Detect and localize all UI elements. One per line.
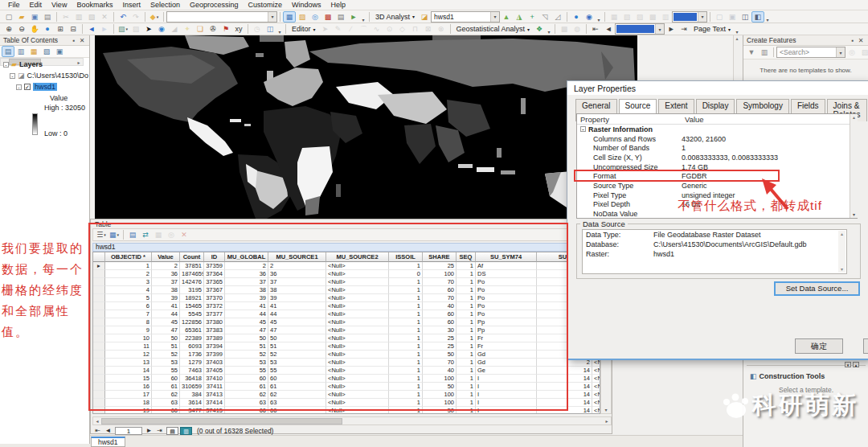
current-record-input[interactable]: 1 bbox=[115, 427, 142, 435]
layer-icon[interactable]: ◪ bbox=[418, 11, 431, 23]
straight-segment-icon[interactable]: ∕ bbox=[345, 23, 358, 35]
property-grid-scrollbar[interactable]: ▴▾ bbox=[850, 114, 858, 218]
table-cell[interactable]: <Null> bbox=[592, 383, 600, 391]
first-page-icon[interactable]: ⇤ bbox=[589, 23, 602, 35]
property-row[interactable]: Columns and Rows43200, 21600 bbox=[577, 134, 857, 144]
pan-icon[interactable]: ✋ bbox=[28, 23, 41, 35]
back-extent-icon[interactable]: ◄ bbox=[85, 23, 98, 35]
steepest-path-icon[interactable]: + bbox=[526, 11, 538, 23]
draft-mode-icon[interactable]: ◫ bbox=[739, 11, 751, 23]
ge-globe-icon[interactable]: ◍ bbox=[571, 23, 583, 35]
menu-geoprocessing[interactable]: Geoprocessing bbox=[185, 1, 244, 9]
menu-edit[interactable]: Edit bbox=[25, 1, 47, 9]
property-row[interactable]: Number of Bands1 bbox=[577, 143, 857, 153]
new-document-icon[interactable]: ▢ bbox=[2, 11, 15, 23]
table-cell[interactable]: <Null> bbox=[592, 399, 600, 407]
next-record-icon[interactable]: ► bbox=[144, 426, 154, 435]
delete-icon[interactable]: ✕ bbox=[98, 11, 111, 23]
edit-annotation-icon[interactable]: ✎ bbox=[332, 23, 345, 35]
data-source-scrollbar[interactable]: ▴▾ bbox=[838, 231, 845, 273]
collapse-icon[interactable]: - bbox=[16, 84, 22, 90]
page-text-dropdown[interactable]: Page Text▾ bbox=[690, 23, 734, 35]
full-extent-icon[interactable]: ● bbox=[41, 23, 54, 35]
catalog-icon[interactable]: ▨ bbox=[296, 11, 309, 23]
layer-combo[interactable]: hwsd1▾ bbox=[431, 11, 500, 23]
cut-icon[interactable]: ✂ bbox=[59, 11, 72, 23]
toc-layer-item[interactable]: - ✓ hwsd1 bbox=[16, 83, 57, 91]
dialog-title[interactable]: Layer Properties bbox=[567, 81, 868, 95]
scroll-left-icon[interactable]: ◂ bbox=[93, 418, 101, 424]
chevron-down-icon[interactable]: ▾ bbox=[698, 12, 706, 22]
edit-vertices-icon[interactable]: ◇ bbox=[396, 23, 409, 35]
table-cell[interactable]: <Null> bbox=[592, 391, 600, 399]
toc-group-item[interactable]: - ◪ C:\Users\41530\Do bbox=[10, 72, 88, 80]
toc-pin-icon[interactable]: ▪ bbox=[70, 37, 78, 44]
toc-list-by-visibility-icon[interactable]: ▦ bbox=[27, 46, 40, 57]
menu-selection[interactable]: Selection bbox=[145, 1, 185, 9]
georef-rotate-icon[interactable]: ▧ bbox=[620, 11, 633, 23]
map-scale-combo[interactable]: ▾ bbox=[166, 11, 277, 23]
toc-close-icon[interactable]: ✕ bbox=[78, 37, 86, 44]
table-cell[interactable]: <Null> bbox=[592, 407, 600, 414]
chevron-down-icon[interactable]: ▾ bbox=[836, 47, 845, 57]
go-to-xy-icon[interactable]: xy bbox=[232, 23, 245, 35]
scroll-right-icon[interactable]: ▸ bbox=[603, 418, 611, 424]
find-route-icon[interactable]: ⚑ bbox=[219, 23, 232, 35]
collapse-panel-icon[interactable]: ▴ bbox=[853, 362, 859, 367]
toc-layer-label[interactable]: hwsd1 bbox=[33, 83, 57, 91]
set-data-source-button[interactable]: Set Data Source... bbox=[774, 281, 860, 296]
toolbar-overflow-icon[interactable]: ▾ bbox=[276, 23, 283, 35]
add-data-icon[interactable]: ◆▾ bbox=[148, 11, 161, 23]
geostatistical-analyst-dropdown[interactable]: Geostatistical Analyst▾ bbox=[453, 23, 534, 35]
collapse-icon[interactable]: - bbox=[10, 73, 15, 79]
menu-view[interactable]: View bbox=[47, 1, 72, 9]
clear-selection-icon[interactable]: ▨ bbox=[129, 23, 142, 35]
chevron-down-icon[interactable]: ▾ bbox=[655, 24, 664, 34]
arctoolbox-icon[interactable]: ▩ bbox=[321, 11, 334, 23]
forward-extent-icon[interactable]: ► bbox=[98, 23, 111, 35]
edit-tool-icon[interactable]: ➤ bbox=[319, 23, 332, 35]
geostatistical-wizard-icon[interactable]: ❖ bbox=[533, 23, 546, 35]
viewer-window-icon[interactable]: ◫ bbox=[264, 23, 276, 35]
property-row[interactable]: Cell Size (X, Y)0.0083333333, 0.00833333… bbox=[577, 153, 857, 162]
ge-toolbar-icon[interactable]: ▩ bbox=[558, 23, 571, 35]
expand-panel-icon[interactable]: ▾ bbox=[845, 362, 851, 367]
page-combo[interactable]: ▾ bbox=[615, 23, 665, 35]
property-row[interactable]: Source TypeGeneric bbox=[577, 181, 857, 191]
table-horizontal-scrollbar[interactable]: ◂ ▸ bbox=[92, 416, 612, 425]
select-features-icon[interactable]: ▧▾ bbox=[117, 23, 129, 35]
interpolate-icon[interactable]: ◮ bbox=[513, 11, 526, 23]
point-tool-icon[interactable]: ⊙ bbox=[383, 23, 396, 35]
endpoint-arc-icon[interactable]: ⌒ bbox=[358, 23, 371, 35]
ok-button[interactable]: 确定 bbox=[795, 338, 843, 354]
undo-icon[interactable]: ↶ bbox=[117, 11, 129, 23]
last-page-icon[interactable]: ⇥ bbox=[678, 23, 690, 35]
toolbar-overflow-icon[interactable]: ▾ bbox=[596, 11, 602, 23]
profile-graph-icon[interactable]: ◹ bbox=[538, 11, 551, 23]
toolbar-overflow-icon[interactable]: ▾ bbox=[734, 23, 740, 35]
previous-record-icon[interactable]: ◄ bbox=[103, 426, 113, 435]
search-window-icon[interactable]: ◎ bbox=[309, 11, 321, 23]
python-window-icon[interactable]: ▤ bbox=[334, 11, 347, 23]
identify-icon[interactable]: ◉ bbox=[155, 23, 168, 35]
chevron-down-icon[interactable]: ▾ bbox=[490, 12, 499, 22]
raster-information-group[interactable]: -Raster Information bbox=[577, 125, 857, 134]
collapse-icon[interactable]: - bbox=[580, 126, 586, 132]
organize-templates-icon[interactable]: ▥ bbox=[758, 47, 771, 58]
trace-icon[interactable]: ∿ bbox=[371, 23, 383, 35]
scrollbar-thumb[interactable] bbox=[101, 418, 342, 424]
georef-adjust-icon[interactable]: ▦ bbox=[608, 11, 620, 23]
bottom-tab-hwsd1[interactable]: hwsd1 bbox=[91, 437, 125, 447]
fixed-zoom-in-icon[interactable]: ⊞ bbox=[54, 23, 67, 35]
split-icon[interactable]: ⊗ bbox=[435, 23, 448, 35]
menu-insert[interactable]: Insert bbox=[117, 1, 145, 9]
map-canvas[interactable] bbox=[95, 35, 637, 219]
data-frame-icon[interactable]: ▣ bbox=[726, 11, 739, 23]
zoom-in-icon[interactable]: ⊕ bbox=[2, 23, 15, 35]
measure-icon[interactable]: ◢ bbox=[168, 23, 181, 35]
layer-visibility-checkbox[interactable]: ✓ bbox=[24, 84, 31, 90]
toolbar-overflow-icon[interactable]: ▾ bbox=[546, 23, 552, 35]
last-record-icon[interactable]: ⇥ bbox=[154, 426, 165, 435]
toggle-draft-icon[interactable]: ◧ bbox=[751, 11, 764, 23]
save-icon[interactable]: ▣ bbox=[28, 11, 41, 23]
